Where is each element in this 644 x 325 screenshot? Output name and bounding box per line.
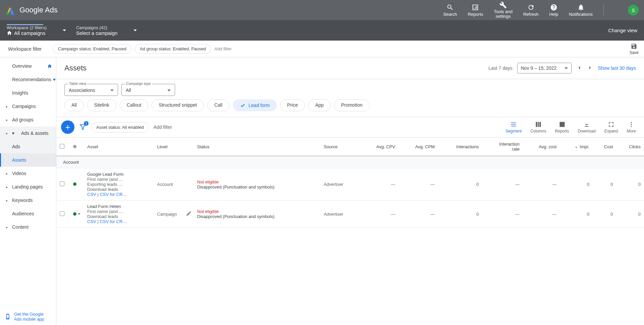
column-header[interactable]: Clicks [616, 138, 644, 156]
table-view-select[interactable]: Table view Associations [64, 84, 118, 96]
type-pill-callout[interactable]: Callout [120, 99, 149, 111]
header-tools: Search Reports Tools andsettings Refresh… [443, 1, 639, 19]
column-header[interactable]: Interactionrate [482, 138, 523, 156]
refresh-label: Refresh [523, 12, 539, 17]
nav-landing-pages[interactable]: Landing pages [0, 180, 56, 194]
home-icon [7, 30, 12, 36]
nav-assets[interactable]: Assets [0, 153, 56, 167]
mobile-app-link[interactable]: Get the GoogleAds mobile app [0, 308, 56, 325]
table-row: Lead Form HelenFirst name (and …Download… [56, 201, 644, 228]
csv-crm-link[interactable]: CSV for CR… [100, 192, 127, 197]
type-pill-sitelink[interactable]: Sitelink [87, 99, 116, 111]
type-pill-price[interactable]: Price [280, 99, 305, 111]
header-divider [603, 4, 604, 16]
column-header[interactable]: Avg. CPM [398, 138, 438, 156]
asset-type-tabs: AllSitelinkCalloutStructured snippetCall… [56, 96, 644, 117]
reports-tool[interactable]: Reports [468, 4, 483, 17]
csv-link[interactable]: CSV [87, 192, 96, 197]
table-row: Google Lead FormFirst name (and …Exporti… [56, 168, 644, 201]
date-range-controls: Last 7 days Nov 9 – 15, 2022 Show last 3… [488, 63, 636, 73]
type-pill-promotion[interactable]: Promotion [334, 99, 370, 111]
status-column-icon [73, 145, 76, 148]
nav-ads-assets[interactable]: ▾ Ads & assets [0, 126, 56, 140]
check-icon [240, 102, 246, 108]
add-filter-button[interactable]: Add filter [154, 124, 172, 130]
help-label: Help [549, 12, 558, 17]
change-view-link[interactable]: Change view [608, 28, 637, 33]
workspace-filter-label: Workspace filter [8, 46, 42, 52]
campaign-type-select[interactable]: Campaign type All [121, 84, 175, 96]
filter-chip-adgroup-status[interactable]: Ad group status: Enabled, Paused [135, 44, 211, 54]
date-range-picker[interactable]: Nov 9 – 15, 2022 [517, 63, 572, 73]
nav-videos[interactable]: Videos [0, 167, 56, 180]
filter-chip-campaign-status[interactable]: Campaign status: Enabled, Paused [53, 44, 131, 54]
more-button[interactable]: More [627, 121, 636, 133]
type-pill-all[interactable]: All [64, 99, 84, 111]
dropdown-caret-icon[interactable] [133, 30, 137, 31]
notifications-label: Notifications [569, 12, 593, 17]
type-pill-call[interactable]: Call [207, 99, 229, 111]
select-all-checkbox[interactable] [60, 144, 64, 149]
column-header[interactable]: Status [194, 138, 320, 156]
type-pill-structured-snippet[interactable]: Structured snippet [152, 99, 204, 111]
reports-label: Reports [468, 12, 483, 17]
help-tool[interactable]: Help [549, 4, 558, 17]
bc-workspace[interactable]: Workspace (2 filters) All campaigns [7, 25, 53, 36]
search-tool[interactable]: Search [443, 4, 457, 17]
avatar[interactable]: S [628, 5, 639, 15]
column-header[interactable]: Asset [84, 138, 154, 156]
nav-insights[interactable]: Insights [0, 86, 56, 100]
group-row-label: Account [56, 156, 644, 168]
filter-chip-asset-status[interactable]: Asset status: All enabled [91, 122, 149, 132]
dropdown-caret-icon[interactable] [63, 30, 66, 31]
expand-button[interactable]: Expand [604, 121, 618, 133]
nav-adgroups[interactable]: Ad groups [0, 113, 56, 126]
row-checkbox[interactable] [60, 181, 64, 186]
type-pill-app[interactable]: App [308, 99, 331, 111]
column-header[interactable]: Avg. cost [523, 138, 560, 156]
status-dot-icon [73, 182, 76, 186]
assets-table: AssetLevelStatusSourceAvg. CPVAvg. CPMIn… [56, 138, 644, 228]
filter-funnel-button[interactable]: 1 [79, 123, 87, 131]
columns-button[interactable]: Columns [530, 121, 546, 133]
prev-period-button[interactable] [576, 65, 582, 72]
nav-ads[interactable]: Ads [0, 140, 56, 153]
save-button[interactable]: Save [630, 43, 639, 55]
row-checkbox[interactable] [60, 211, 64, 216]
column-header[interactable]: Avg. CPV [360, 138, 398, 156]
csv-crm-link[interactable]: CSV for CR… [100, 219, 127, 224]
next-period-button[interactable] [587, 65, 593, 72]
save-icon [631, 43, 637, 50]
type-pill-lead-form[interactable]: Lead form [233, 99, 277, 111]
add-filter-link[interactable]: Add filter [214, 46, 231, 51]
sidebar: Overview Recommendations Insights Campai… [0, 57, 56, 325]
table-reports-button[interactable]: Reports [555, 121, 569, 133]
dot-indicator-icon [53, 78, 55, 80]
bc-campaigns[interactable]: Campaigns (42) Select a campaign [76, 25, 124, 36]
download-button[interactable]: Download [578, 121, 596, 133]
nav-content[interactable]: Content [0, 220, 56, 234]
nav-overview[interactable]: Overview [0, 59, 56, 73]
edit-icon[interactable] [186, 211, 192, 217]
nav-campaigns[interactable]: Campaigns [0, 100, 56, 113]
asset-cell: Lead Form HelenFirst name (and …Download… [84, 201, 154, 228]
row-status-dropdown[interactable] [73, 212, 80, 216]
csv-link[interactable]: CSV [87, 219, 96, 224]
show-last-30-link[interactable]: Show last 30 days [598, 65, 636, 71]
refresh-tool[interactable]: Refresh [523, 4, 539, 17]
home-indicator-icon [47, 64, 52, 68]
column-header[interactable]: Level [154, 138, 194, 156]
column-header[interactable]: Source [320, 138, 360, 156]
nav-keywords[interactable]: Keywords [0, 194, 56, 207]
nav-recommendations[interactable]: Recommendations [0, 73, 56, 86]
column-header[interactable]: Interactions [438, 138, 482, 156]
column-header[interactable]: Cost [593, 138, 616, 156]
notifications-tool[interactable]: Notifications [569, 4, 593, 17]
segment-button[interactable]: Segment [505, 121, 522, 133]
svg-point-1 [631, 122, 632, 123]
add-asset-button[interactable]: + [61, 120, 74, 134]
logo[interactable]: Google Ads [5, 5, 58, 15]
column-header[interactable]: Impr. [560, 138, 593, 156]
nav-audiences[interactable]: Audiences [0, 207, 56, 220]
tools-settings-tool[interactable]: Tools andsettings [494, 1, 513, 19]
